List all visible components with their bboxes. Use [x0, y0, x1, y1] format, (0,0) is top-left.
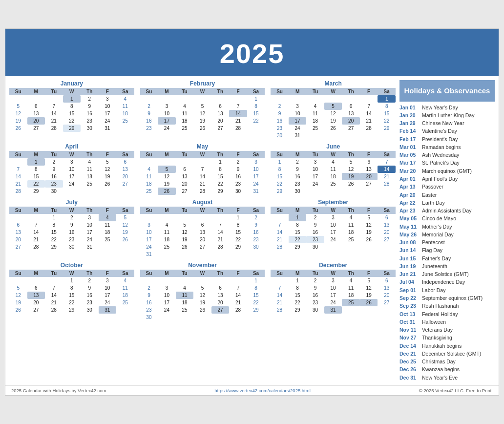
- month-june: June SuMTuWThFSa 1234567 891011121314 15…: [271, 143, 396, 195]
- holiday-date: Dec 21: [399, 350, 420, 358]
- holiday-date: Oct 13: [399, 310, 420, 318]
- month-title-december: December: [271, 262, 396, 269]
- holiday-date: Mar 17: [399, 159, 420, 167]
- holiday-item: Mar 20March equinox (GMT): [399, 167, 495, 175]
- holiday-date: Jun 08: [399, 238, 420, 246]
- holiday-item: Nov 11Veterans Day: [399, 326, 495, 334]
- month-title-july: July: [9, 199, 134, 206]
- sidebar-title: Holidays & Observances: [399, 80, 495, 102]
- holiday-date: Oct 31: [399, 318, 420, 326]
- month-april: April SuMTuWThFSa 123456 78910111213 141…: [9, 143, 134, 195]
- holiday-name: Easter: [422, 191, 437, 199]
- holiday-item: Mar 17St. Patrick's Day: [399, 159, 495, 167]
- holiday-name: New Year's Eve: [422, 374, 458, 382]
- month-title-september: September: [271, 199, 396, 206]
- holiday-name: Veterans Day: [422, 326, 453, 334]
- holiday-name: Memorial Day: [422, 231, 454, 238]
- month-title-april: April: [9, 143, 134, 150]
- month-february: February SuMTuWThFSa 1 2345678 910111213…: [140, 80, 265, 139]
- year-header: 2025: [5, 29, 499, 76]
- footer: 2025 Calendar with Holidays by Vertex42.…: [5, 385, 499, 395]
- holiday-name: Federal Holiday: [422, 310, 458, 318]
- holiday-name: March equinox (GMT): [422, 167, 472, 175]
- month-october: October SuMTuWThFSa 1234 567891011 12131…: [9, 262, 134, 321]
- holiday-name: Juneteenth: [422, 262, 447, 270]
- month-january: January SuMTuWThFSa 1234 567891011 12131…: [9, 80, 134, 139]
- holiday-item: Oct 13Federal Holiday: [399, 310, 495, 318]
- holiday-item: Jun 21June Solstice (GMT): [399, 270, 495, 278]
- holiday-name: Admin Assistants Day: [422, 207, 472, 214]
- holiday-name: Flag Day: [422, 246, 442, 254]
- holiday-name: Valentine's Day: [422, 127, 457, 135]
- holiday-item: Jan 01New Year's Day: [399, 104, 495, 111]
- month-title-november: November: [140, 262, 265, 269]
- holiday-name: Labor Day: [422, 286, 445, 294]
- holiday-date: Jan 20: [399, 111, 420, 119]
- calendar-section: January SuMTuWThFSa 1234 567891011 12131…: [9, 80, 396, 382]
- holiday-name: Rosh Hashanah: [422, 302, 459, 310]
- month-july: July SuMTuWThFSa 12345 6789101112 131415…: [9, 199, 134, 258]
- holiday-item: Mar 05Ash Wednesday: [399, 151, 495, 159]
- holiday-name: Ramadan begins: [422, 143, 461, 151]
- holiday-date: Jun 21: [399, 270, 420, 278]
- holiday-name: President's Day: [422, 135, 458, 143]
- holiday-date: Mar 05: [399, 151, 420, 159]
- holiday-date: Nov 27: [399, 334, 420, 341]
- holiday-item: Sep 22September equinox (GMT): [399, 294, 495, 302]
- holiday-list: Jan 01New Year's DayJan 20Martin Luther …: [399, 104, 495, 382]
- holiday-date: Mar 01: [399, 143, 420, 151]
- holiday-name: Independence Day: [422, 278, 465, 286]
- holiday-item: Feb 17President's Day: [399, 135, 495, 143]
- holiday-name: Passover: [422, 183, 443, 191]
- holiday-item: Apr 13Passover: [399, 183, 495, 191]
- month-november: November SuMTuWThFSa 1 2345678 910111213…: [140, 262, 265, 321]
- holiday-name: Cinco de Mayo: [422, 214, 456, 222]
- holiday-date: Apr 20: [399, 191, 420, 199]
- year-text: 2025: [220, 38, 285, 69]
- holiday-item: Jun 15Father's Day: [399, 254, 495, 262]
- holiday-item: Sep 01Labor Day: [399, 286, 495, 294]
- holiday-item: May 26Memorial Day: [399, 231, 495, 238]
- holiday-name: Earth Day: [422, 199, 445, 207]
- holiday-name: Chinese New Year: [422, 119, 464, 127]
- holiday-item: Jan 29Chinese New Year: [399, 119, 495, 127]
- holiday-date: Apr 01: [399, 175, 420, 183]
- footer-center: https://www.vertex42.com/calendars/2025.…: [214, 388, 310, 393]
- month-august: August SuMTuWThFSa 12 3456789 1011121314…: [140, 199, 265, 258]
- holiday-item: Nov 27Thanksgiving: [399, 334, 495, 341]
- holiday-date: Apr 13: [399, 183, 420, 191]
- holiday-item: Dec 21December Solstice (GMT): [399, 350, 495, 358]
- month-title-may: May: [140, 143, 265, 150]
- holiday-name: April Fool's Day: [422, 175, 458, 183]
- holiday-item: Jun 19Juneteenth: [399, 262, 495, 270]
- holiday-date: Dec 14: [399, 342, 420, 350]
- month-march: March SuMTuWThFSa 1 2345678 910111213141…: [271, 80, 396, 139]
- holiday-date: Nov 11: [399, 326, 420, 334]
- holiday-date: May 05: [399, 214, 420, 222]
- month-title-january: January: [9, 80, 134, 87]
- holiday-name: Hanukkah begins: [422, 342, 462, 350]
- page: 2025 January SuMTuWThFSa 1234 567891011 …: [5, 28, 499, 396]
- footer-right: © 2025 Vertex42 LLC. Free to Print.: [419, 388, 493, 393]
- holiday-name: Pentecost: [422, 238, 445, 246]
- holiday-date: Apr 23: [399, 207, 420, 214]
- holiday-date: Feb 17: [399, 135, 420, 143]
- holiday-name: Christmas Day: [422, 358, 456, 365]
- holiday-item: Apr 22Earth Day: [399, 199, 495, 207]
- holiday-name: Halloween: [422, 318, 446, 326]
- holiday-name: St. Patrick's Day: [422, 159, 460, 167]
- month-title-october: October: [9, 262, 134, 269]
- month-title-june: June: [271, 143, 396, 150]
- holiday-name: September equinox (GMT): [422, 294, 483, 302]
- holiday-date: Jun 15: [399, 254, 420, 262]
- holiday-item: Jul 04Independence Day: [399, 278, 495, 286]
- holiday-item: Feb 14Valentine's Day: [399, 127, 495, 135]
- holiday-item: Jan 20Martin Luther King Day: [399, 111, 495, 119]
- holiday-date: Sep 01: [399, 286, 420, 294]
- holiday-item: May 11Mother's Day: [399, 223, 495, 231]
- holiday-date: Sep 22: [399, 294, 420, 302]
- holiday-date: Dec 31: [399, 374, 420, 382]
- holiday-date: Jan 01: [399, 104, 420, 111]
- holiday-name: Thanksgiving: [422, 334, 452, 341]
- holiday-date: May 11: [399, 223, 420, 231]
